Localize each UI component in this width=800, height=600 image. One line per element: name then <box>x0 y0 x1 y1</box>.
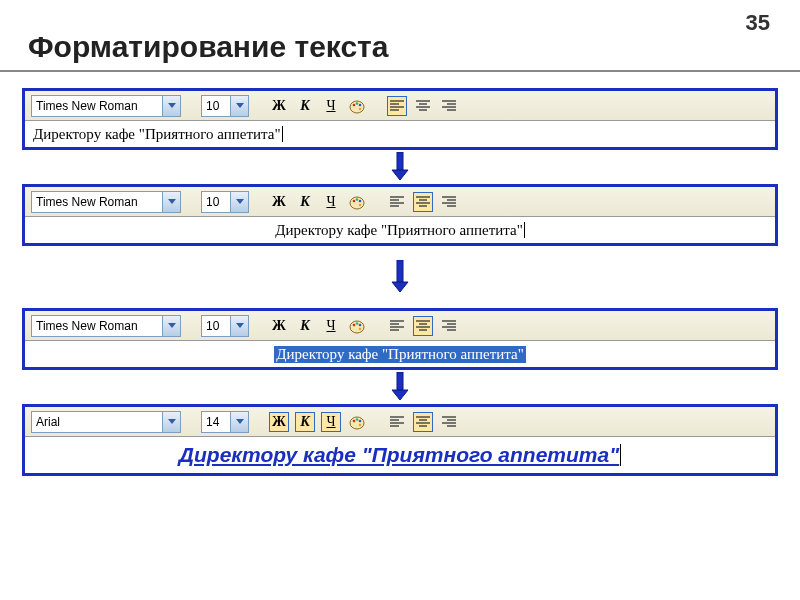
svg-point-48 <box>359 327 362 330</box>
sample-text: Директору кафе "Приятного аппетита" <box>179 443 619 467</box>
italic-button[interactable]: К <box>295 96 315 116</box>
italic-button[interactable]: К <box>295 192 315 212</box>
svg-point-25 <box>356 198 359 201</box>
text-area[interactable]: Директору кафе "Приятного аппетита" <box>25 217 775 243</box>
chevron-down-icon[interactable] <box>162 192 180 212</box>
toolbar-1: Times New Roman 10 Ж К Ч <box>25 91 775 121</box>
font-color-button[interactable] <box>347 316 367 336</box>
align-right-button[interactable] <box>439 412 459 432</box>
underline-button[interactable]: Ч <box>321 192 341 212</box>
page-title: Форматирование текста <box>0 0 800 72</box>
align-right-button[interactable] <box>439 96 459 116</box>
font-combo[interactable]: Times New Roman <box>31 95 181 117</box>
toolbar-2: Times New Roman 10 Ж К Ч <box>25 187 775 217</box>
svg-point-24 <box>353 199 356 202</box>
svg-marker-43 <box>236 323 244 328</box>
size-combo[interactable]: 10 <box>201 315 249 337</box>
svg-point-68 <box>359 419 362 422</box>
align-left-button[interactable] <box>387 192 407 212</box>
svg-marker-1 <box>236 103 244 108</box>
toolbar-4: Arial 14 Ж К Ч <box>25 407 775 437</box>
svg-point-67 <box>356 418 359 421</box>
svg-marker-63 <box>168 419 176 424</box>
size-combo[interactable]: 10 <box>201 95 249 117</box>
arrow-3 <box>0 372 800 402</box>
sample-text: Директору кафе "Приятного аппетита" <box>275 222 523 239</box>
svg-point-47 <box>359 323 362 326</box>
chevron-down-icon[interactable] <box>230 192 248 212</box>
svg-marker-41 <box>392 282 408 292</box>
svg-rect-19 <box>397 152 403 170</box>
svg-marker-42 <box>168 323 176 328</box>
panel-3: Times New Roman 10 Ж К Ч Директору кафе … <box>22 308 778 370</box>
chevron-down-icon[interactable] <box>162 96 180 116</box>
svg-point-69 <box>359 423 362 426</box>
align-right-button[interactable] <box>439 316 459 336</box>
align-right-button[interactable] <box>439 192 459 212</box>
font-color-button[interactable] <box>347 412 367 432</box>
chevron-down-icon[interactable] <box>162 412 180 432</box>
text-cursor <box>524 222 525 238</box>
svg-point-46 <box>356 322 359 325</box>
align-left-button[interactable] <box>387 412 407 432</box>
text-cursor <box>282 126 283 142</box>
sample-text-selected: Директору кафе "Приятного аппетита" <box>274 346 526 363</box>
svg-point-4 <box>356 102 359 105</box>
svg-point-45 <box>353 323 356 326</box>
page-number: 35 <box>746 10 770 36</box>
bold-button[interactable]: Ж <box>269 192 289 212</box>
svg-point-27 <box>359 203 362 206</box>
font-color-button[interactable] <box>347 96 367 116</box>
panel-2: Times New Roman 10 Ж К Ч Директору кафе … <box>22 184 778 246</box>
italic-button[interactable]: К <box>295 412 315 432</box>
size-combo-text: 10 <box>202 96 230 116</box>
svg-point-5 <box>359 103 362 106</box>
font-combo[interactable]: Times New Roman <box>31 315 181 337</box>
align-center-button[interactable] <box>413 316 433 336</box>
font-combo[interactable]: Times New Roman <box>31 191 181 213</box>
svg-rect-61 <box>397 372 403 390</box>
svg-point-26 <box>359 199 362 202</box>
size-combo[interactable]: 14 <box>201 411 249 433</box>
panel-1: Times New Roman 10 Ж К Ч <box>22 88 778 150</box>
svg-marker-22 <box>236 199 244 204</box>
font-combo[interactable]: Arial <box>31 411 181 433</box>
text-area[interactable]: Директору кафе "Приятного аппетита" <box>25 121 775 147</box>
svg-rect-40 <box>397 260 403 282</box>
svg-marker-62 <box>392 390 408 400</box>
text-cursor <box>620 444 621 466</box>
text-area[interactable]: Директору кафе "Приятного аппетита" <box>25 341 775 367</box>
arrow-1 <box>0 152 800 182</box>
align-left-button[interactable] <box>387 96 407 116</box>
chevron-down-icon[interactable] <box>162 316 180 336</box>
svg-point-6 <box>359 107 362 110</box>
bold-button[interactable]: Ж <box>269 96 289 116</box>
italic-button[interactable]: К <box>295 316 315 336</box>
svg-point-3 <box>353 103 356 106</box>
underline-button[interactable]: Ч <box>321 96 341 116</box>
chevron-down-icon[interactable] <box>230 412 248 432</box>
underline-button[interactable]: Ч <box>321 412 341 432</box>
chevron-down-icon[interactable] <box>230 316 248 336</box>
svg-marker-64 <box>236 419 244 424</box>
align-center-button[interactable] <box>413 96 433 116</box>
bold-button[interactable]: Ж <box>269 412 289 432</box>
svg-point-66 <box>353 419 356 422</box>
align-center-button[interactable] <box>413 192 433 212</box>
font-color-button[interactable] <box>347 192 367 212</box>
bold-button[interactable]: Ж <box>269 316 289 336</box>
toolbar-3: Times New Roman 10 Ж К Ч <box>25 311 775 341</box>
arrow-2 <box>0 260 800 294</box>
text-area[interactable]: Директору кафе "Приятного аппетита" <box>25 437 775 473</box>
panel-4: Arial 14 Ж К Ч Директору кафе "Приятного… <box>22 404 778 476</box>
font-combo-text: Times New Roman <box>32 96 162 116</box>
chevron-down-icon[interactable] <box>230 96 248 116</box>
align-left-button[interactable] <box>387 316 407 336</box>
underline-button[interactable]: Ч <box>321 316 341 336</box>
svg-marker-20 <box>392 170 408 180</box>
size-combo[interactable]: 10 <box>201 191 249 213</box>
sample-text: Директору кафе "Приятного аппетита" <box>33 126 281 143</box>
svg-marker-21 <box>168 199 176 204</box>
align-center-button[interactable] <box>413 412 433 432</box>
svg-marker-0 <box>168 103 176 108</box>
